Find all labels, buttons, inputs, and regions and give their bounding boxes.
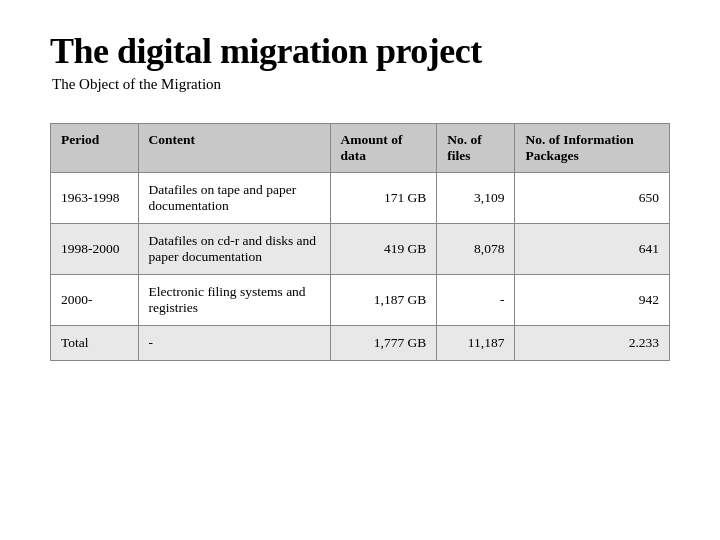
cell-period: 2000- (51, 275, 139, 326)
cell-amount: 1,777 GB (330, 326, 437, 361)
header-packages: No. of Information Packages (515, 124, 670, 173)
cell-period: 1998-2000 (51, 224, 139, 275)
cell-content: Datafiles on tape and paper documentatio… (138, 173, 330, 224)
cell-content: Datafiles on cd-r and disks and paper do… (138, 224, 330, 275)
table-row: 1998-2000Datafiles on cd-r and disks and… (51, 224, 670, 275)
cell-amount: 1,187 GB (330, 275, 437, 326)
cell-packages: 942 (515, 275, 670, 326)
table-row: 2000-Electronic filing systems and regis… (51, 275, 670, 326)
page: The digital migration project The Object… (0, 0, 720, 540)
cell-amount: 171 GB (330, 173, 437, 224)
cell-files: 8,078 (437, 224, 515, 275)
header-period: Period (51, 124, 139, 173)
table-row: 1963-1998Datafiles on tape and paper doc… (51, 173, 670, 224)
cell-files: 11,187 (437, 326, 515, 361)
cell-packages: 2.233 (515, 326, 670, 361)
cell-content: - (138, 326, 330, 361)
cell-files: 3,109 (437, 173, 515, 224)
cell-packages: 641 (515, 224, 670, 275)
header-files: No. of files (437, 124, 515, 173)
main-title: The digital migration project (50, 30, 482, 72)
migration-table: Period Content Amount of data No. of fil… (50, 123, 670, 361)
subtitle: The Object of the Migration (52, 76, 221, 93)
header-amount: Amount of data (330, 124, 437, 173)
cell-files: - (437, 275, 515, 326)
cell-content: Electronic filing systems and registries (138, 275, 330, 326)
header-content: Content (138, 124, 330, 173)
cell-period: Total (51, 326, 139, 361)
cell-amount: 419 GB (330, 224, 437, 275)
table-row: Total-1,777 GB11,1872.233 (51, 326, 670, 361)
table-header-row: Period Content Amount of data No. of fil… (51, 124, 670, 173)
cell-packages: 650 (515, 173, 670, 224)
cell-period: 1963-1998 (51, 173, 139, 224)
